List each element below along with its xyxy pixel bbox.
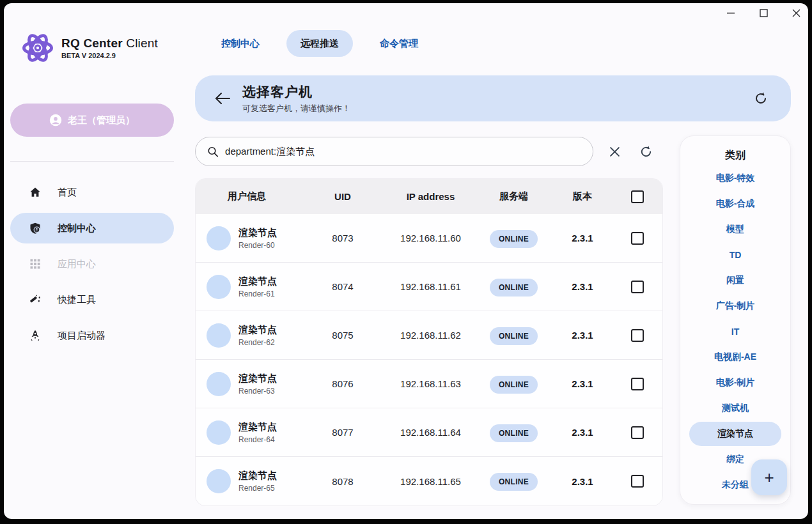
table-row[interactable]: 渲染节点 Render-64 8077 192.168.11.64 ONLINE… — [196, 408, 662, 457]
category-item[interactable]: 电影-特效 — [689, 166, 781, 191]
category-item[interactable]: 闲置 — [689, 268, 781, 293]
client-uid: 8074 — [332, 281, 353, 292]
client-version: 2.3.1 — [572, 281, 593, 292]
client-ip: 192.168.11.65 — [400, 476, 461, 487]
client-ip: 192.168.11.61 — [400, 281, 461, 292]
refresh-icon — [753, 91, 769, 106]
client-uid: 8073 — [332, 233, 353, 243]
app-version: BETA V 2024.2.9 — [61, 52, 158, 59]
wand-icon — [28, 293, 42, 306]
category-item[interactable]: 模型 — [689, 217, 781, 242]
col-version: 版本 — [573, 190, 592, 203]
sidebar-item-home[interactable]: 首页 — [10, 177, 174, 208]
client-hostname: Render-64 — [238, 435, 277, 444]
sidebar-item-control-center[interactable]: 控制中心 — [10, 213, 174, 243]
user-icon — [49, 114, 62, 127]
search-clear-button[interactable] — [605, 142, 624, 161]
tab-command-management[interactable]: 命令管理 — [366, 30, 432, 57]
header-refresh-button[interactable] — [751, 89, 770, 108]
category-item[interactable]: 广告-制片 — [689, 293, 781, 319]
client-ip: 192.168.11.60 — [400, 233, 461, 243]
sidebar-item-project-launcher[interactable]: 项目启动器 — [10, 320, 174, 351]
row-checkbox[interactable] — [631, 329, 644, 342]
status-badge: ONLINE — [490, 424, 538, 442]
row-checkbox[interactable] — [631, 378, 644, 390]
select-all-checkbox[interactable] — [631, 190, 644, 203]
search-box[interactable] — [195, 137, 593, 166]
avatar — [207, 469, 231, 493]
search-input[interactable] — [225, 146, 581, 157]
col-ip: IP address — [407, 191, 455, 202]
client-name: 渲染节点 — [238, 470, 277, 482]
category-item[interactable]: IT — [689, 319, 781, 344]
row-checkbox[interactable] — [631, 232, 644, 245]
client-ip: 192.168.11.64 — [400, 427, 461, 438]
table-row[interactable]: 渲染节点 Render-61 8074 192.168.11.61 ONLINE… — [196, 263, 662, 311]
maximize-icon — [760, 9, 768, 17]
client-version: 2.3.1 — [572, 378, 593, 389]
category-item[interactable]: 电影-制片 — [689, 370, 781, 396]
tab-control-center[interactable]: 控制中心 — [207, 30, 274, 57]
status-badge: ONLINE — [490, 230, 538, 248]
category-title: 类别 — [680, 149, 790, 162]
rocket-icon — [28, 329, 42, 342]
category-item[interactable]: TD — [689, 242, 781, 268]
avatar — [207, 226, 231, 250]
row-checkbox[interactable] — [631, 475, 644, 488]
add-button[interactable]: + — [751, 459, 787, 495]
status-badge: ONLINE — [490, 376, 538, 394]
client-version: 2.3.1 — [572, 330, 593, 341]
client-hostname: Render-63 — [238, 387, 277, 396]
maximize-button[interactable] — [758, 7, 769, 19]
minimize-button[interactable] — [725, 7, 737, 19]
avatar — [207, 275, 231, 299]
table-row[interactable]: 渲染节点 Render-60 8073 192.168.11.60 ONLINE… — [196, 214, 662, 263]
home-icon — [28, 186, 42, 199]
col-user-info: 用户信息 — [228, 190, 266, 203]
grid-icon — [28, 258, 42, 270]
client-version: 2.3.1 — [572, 233, 593, 243]
window-controls — [725, 7, 802, 19]
plus-icon: + — [764, 468, 774, 488]
minimize-icon — [726, 8, 735, 17]
row-checkbox[interactable] — [631, 426, 644, 439]
sidebar-divider — [10, 161, 174, 162]
table-row[interactable]: 渲染节点 Render-62 8075 192.168.11.62 ONLINE… — [196, 311, 662, 360]
client-uid: 8075 — [332, 330, 353, 341]
back-button[interactable] — [213, 89, 232, 108]
category-panel: 类别 电影-特效 电影-合成 模型 TD 闲置 广告-制片 IT 电视剧-AE … — [680, 135, 791, 505]
close-icon — [792, 9, 800, 17]
page-subtitle: 可复选客户机，请谨慎操作！ — [242, 103, 350, 114]
category-item[interactable]: 电视剧-AE — [689, 344, 781, 370]
category-item[interactable]: 测试机 — [689, 396, 781, 421]
page-title: 选择客户机 — [242, 83, 350, 101]
app-logo: RQ Center Client BETA V 2024.2.9 — [10, 27, 174, 68]
client-hostname: Render-65 — [238, 484, 277, 493]
client-hostname: Render-61 — [238, 289, 277, 298]
client-version: 2.3.1 — [572, 476, 593, 487]
search-refresh-button[interactable] — [636, 142, 655, 161]
close-button[interactable] — [790, 7, 802, 19]
sidebar-item-quick-tools[interactable]: 快捷工具 — [10, 284, 174, 315]
client-name: 渲染节点 — [238, 227, 277, 239]
client-hostname: Render-62 — [238, 338, 277, 347]
row-checkbox[interactable] — [631, 281, 644, 293]
status-badge: ONLINE — [490, 327, 538, 345]
user-badge[interactable]: 老王（管理员） — [10, 104, 174, 137]
page-header: 选择客户机 可复选客户机，请谨慎操作！ — [195, 75, 791, 121]
tab-remote-push[interactable]: 远程推送 — [286, 30, 353, 57]
client-uid: 8076 — [332, 378, 353, 389]
client-table: 用户信息 UID IP address 服务端 版本 渲染节点 Render-6… — [195, 178, 663, 506]
app-window: RQ Center Client BETA V 2024.2.9 老王（管理员）… — [4, 3, 808, 519]
client-name: 渲染节点 — [238, 373, 277, 385]
category-item-selected[interactable]: 渲染节点 — [689, 422, 781, 446]
sidebar-nav: 首页 控制中心 — [10, 177, 174, 351]
table-row[interactable]: 渲染节点 Render-65 8078 192.168.11.65 ONLINE… — [196, 457, 662, 505]
avatar — [207, 372, 231, 396]
clear-x-icon — [609, 146, 620, 157]
avatar — [207, 420, 231, 445]
sidebar-item-app-center[interactable]: 应用中心 — [10, 249, 174, 279]
top-navigation: 控制中心 远程推送 命令管理 — [207, 30, 432, 57]
category-item[interactable]: 电影-合成 — [689, 191, 781, 217]
table-row[interactable]: 渲染节点 Render-63 8076 192.168.11.63 ONLINE… — [196, 360, 662, 408]
